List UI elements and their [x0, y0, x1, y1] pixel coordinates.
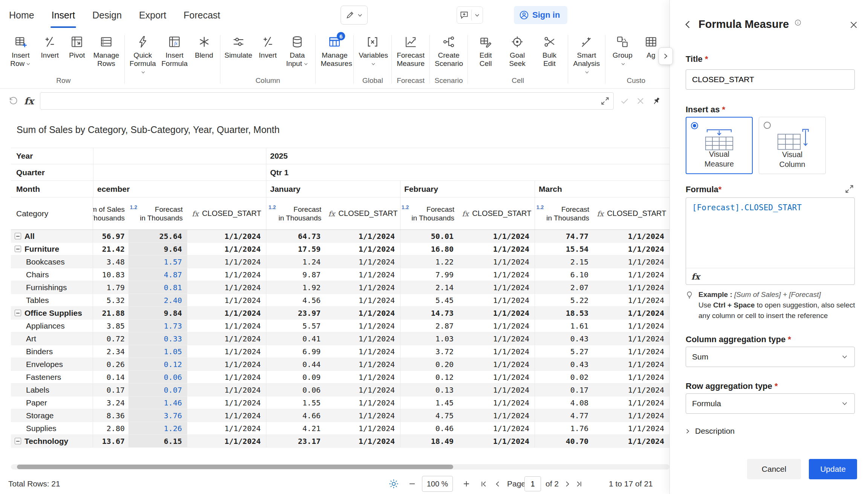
table-row-supplies[interactable]: Supplies2.801.261/1/20244.211/1/20240.46… [11, 422, 669, 435]
last-page-button[interactable] [574, 480, 583, 488]
ribbon-button-goal-seek[interactable]: Goal Seek [501, 33, 533, 68]
hint-reference-line: any column or cell to insert the referen… [698, 310, 855, 321]
ribbon-button-insert-formula[interactable]: fxInsert Formula [159, 33, 190, 76]
ribbon-button-pivot[interactable]: Pivot [64, 33, 90, 68]
forecast-input-cell[interactable]: 0.33 [128, 332, 187, 345]
tab-export[interactable]: Export [139, 0, 166, 31]
radio-unselected[interactable] [764, 122, 771, 129]
table-row-bookcases[interactable]: Bookcases3.481.571/1/20241.241/1/20241.2… [11, 255, 669, 268]
info-icon[interactable] [794, 19, 802, 26]
table-row-furnishings[interactable]: Furnishings1.790.811/1/20241.921/1/20242… [11, 281, 669, 294]
zoom-in-button[interactable] [462, 479, 471, 488]
sign-in-button[interactable]: Sign in [514, 6, 567, 24]
table-row-office-supplies[interactable]: Office Supplies21.889.841/1/202423.971/1… [11, 307, 669, 320]
ribbon-button-group[interactable]: Group [608, 33, 637, 68]
column-aggregation-select[interactable]: Sum [686, 347, 855, 367]
first-page-button[interactable] [480, 480, 489, 488]
table-row-technology[interactable]: Technology13.676.151/1/202423.171/1/2024… [11, 435, 669, 448]
cancel-button[interactable]: Cancel [747, 459, 801, 479]
close-icon[interactable] [848, 20, 859, 30]
forecast-input-cell[interactable]: 0.07 [128, 384, 187, 396]
row-aggregation-select[interactable]: Formula [686, 393, 855, 414]
forecast-input-cell[interactable]: 0.81 [128, 281, 187, 294]
description-toggle[interactable]: Description [684, 427, 735, 436]
forecast-input-cell[interactable]: 1.57 [128, 255, 187, 268]
forecast-input-cell[interactable]: 0.06 [128, 371, 187, 383]
formula-editor[interactable]: [Forecast].CLOSED_START fx [686, 197, 855, 285]
tab-home[interactable]: Home [9, 0, 34, 31]
forecast-input-cell[interactable]: 0.12 [128, 358, 187, 370]
forecast-input-cell[interactable]: 1.26 [128, 422, 187, 434]
ribbon-button-create-scenario[interactable]: Create Scenario [432, 33, 465, 68]
collapse-icon[interactable] [15, 438, 21, 444]
zoom-level[interactable]: 100 % [422, 476, 453, 492]
formula-code[interactable]: [Forecast].CLOSED_START [686, 198, 854, 217]
ribbon-button-invert[interactable]: Invert [255, 33, 281, 68]
table-row-art[interactable]: Art0.720.331/1/20240.411/1/20241.031/1/2… [11, 332, 669, 345]
table-row-furniture[interactable]: Furniture21.429.641/1/202417.591/1/20241… [11, 243, 669, 255]
add-comment-button[interactable] [459, 10, 469, 20]
next-page-button[interactable] [563, 480, 572, 488]
collapse-icon[interactable] [15, 233, 21, 239]
ribbon-button-insert-row[interactable]: Insert Row [5, 33, 36, 68]
header-row-month: MonthecemberJanuaryFebruaryMarch [11, 181, 669, 197]
zoom-out-button[interactable] [408, 479, 417, 488]
tab-design[interactable]: Design [92, 0, 122, 31]
ribbon-button-bulk-edit[interactable]: Bulk Edit [534, 33, 565, 68]
horizontal-scrollbar[interactable] [11, 464, 669, 470]
gear-icon[interactable] [388, 478, 399, 489]
update-button[interactable]: Update [809, 459, 857, 479]
ribbon-button-variables[interactable]: Variables [356, 33, 389, 68]
forecast-input-cell[interactable]: 1.46 [128, 396, 187, 409]
previous-page-button[interactable] [494, 480, 502, 488]
radio-selected[interactable] [691, 122, 698, 129]
forecast-input-cell[interactable]: 1.73 [128, 320, 187, 332]
comment-options-button[interactable] [474, 12, 480, 18]
scrollbar-thumb[interactable] [17, 465, 453, 469]
pin-icon[interactable] [649, 94, 663, 108]
title-input[interactable] [686, 69, 855, 90]
undo-icon[interactable] [8, 96, 18, 106]
design-tools-button[interactable] [341, 6, 368, 24]
ribbon-button-simulate[interactable]: Simulate [223, 33, 254, 68]
ribbon-button-data-input[interactable]: Data Input [282, 33, 313, 68]
tab-forecast[interactable]: Forecast [183, 0, 220, 31]
table-row-tables[interactable]: Tables5.322.401/1/20244.561/1/20245.451/… [11, 294, 669, 307]
collapse-icon[interactable] [15, 246, 21, 252]
ribbon-button-edit-cell[interactable]: Edit Cell [471, 33, 501, 68]
ribbon-button-invert[interactable]: Invert [37, 33, 63, 68]
page-number-input[interactable] [524, 476, 541, 491]
table-row-binders[interactable]: Binders2.341.051/1/20246.991/1/20243.721… [11, 345, 669, 358]
table-row-paper[interactable]: Paper3.241.461/1/20241.551/1/20241.451/1… [11, 396, 669, 409]
plusminus-icon [261, 35, 275, 49]
cancel-icon[interactable] [636, 96, 645, 106]
tab-insert[interactable]: Insert [52, 0, 75, 31]
table-row-storage[interactable]: Storage8.363.761/1/20244.661/1/20244.751… [11, 409, 669, 422]
insert-as-option-visual-measure[interactable]: Visual Measure [686, 117, 753, 174]
confirm-icon[interactable] [620, 96, 630, 106]
expand-formula-icon[interactable] [844, 184, 854, 194]
table-row-labels[interactable]: Labels0.170.071/1/20240.061/1/20240.131/… [11, 384, 669, 396]
formula-input[interactable] [40, 92, 614, 110]
ribbon-button-manage-rows[interactable]: Manage Rows [91, 33, 121, 68]
forecast-input-cell[interactable]: 2.40 [128, 294, 187, 306]
forecast-input-cell[interactable]: 3.76 [128, 409, 187, 422]
collapse-icon[interactable] [15, 310, 21, 316]
table-row-envelopes[interactable]: Envelopes0.260.121/1/20240.441/1/20240.2… [11, 358, 669, 371]
ribbon-button-manage-measures[interactable]: 6Manage Measures [318, 33, 351, 68]
table-row-all[interactable]: All56.9725.641/1/202464.731/1/202450.011… [11, 230, 669, 243]
ribbon-button-quick-formula[interactable]: Quick Formula [127, 33, 158, 76]
insert-as-option-visual-column[interactable]: Visual Column [759, 117, 826, 174]
forecast-input-cell[interactable]: 4.87 [128, 268, 187, 281]
ribbon-button-forecast-measure[interactable]: Forecast Measure [394, 33, 427, 68]
value-cell: 0.72 [93, 332, 128, 345]
table-row-appliances[interactable]: Appliances3.851.731/1/20245.571/1/20242.… [11, 320, 669, 332]
back-icon[interactable] [683, 19, 693, 30]
table-row-fasteners[interactable]: Fasteners0.140.061/1/20240.091/1/20240.1… [11, 371, 669, 384]
expand-formula-bar-icon[interactable] [600, 96, 610, 106]
table-row-chairs[interactable]: Chairs10.834.871/1/20249.871/1/20247.991… [11, 268, 669, 281]
ribbon-button-smart-analysis[interactable]: Smart Analysis [571, 33, 602, 76]
panel-expand-button[interactable] [659, 47, 673, 65]
forecast-input-cell[interactable]: 1.05 [128, 345, 187, 358]
ribbon-button-blend[interactable]: Blend [191, 33, 217, 76]
